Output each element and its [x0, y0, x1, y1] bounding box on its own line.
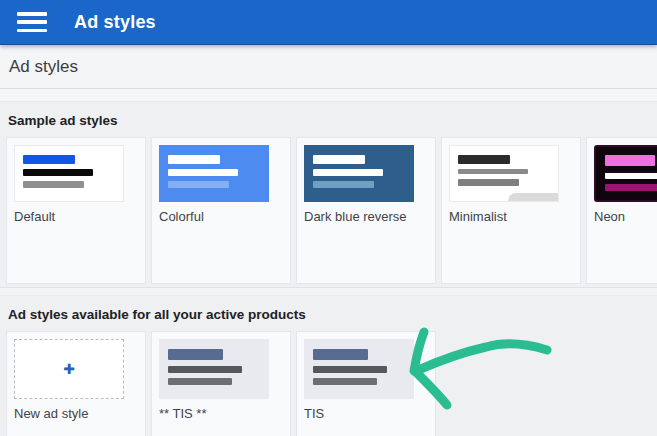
section-divider — [0, 287, 657, 296]
sample-cards-row: Default Colorful Dark blue reverse — [0, 137, 657, 284]
ad-preview-dark-blue-reverse — [304, 145, 414, 202]
preview-url-bar — [168, 181, 229, 188]
preview-url-bar — [168, 378, 232, 385]
ad-style-label: New ad style — [14, 406, 138, 421]
ad-style-card-minimalist[interactable]: Minimalist — [441, 137, 581, 284]
ad-style-label: Neon — [594, 209, 657, 224]
preview-text-bar — [605, 171, 657, 179]
active-cards-row: ✚ New ad style ** TIS ** TIS — [0, 331, 657, 436]
preview-text-bar — [168, 366, 242, 373]
preview-url-bar — [313, 378, 377, 385]
ad-preview-tis-starred — [159, 339, 269, 399]
preview-title-bar — [313, 349, 368, 360]
ad-style-label: Minimalist — [449, 209, 573, 224]
ad-style-card-neon[interactable]: Neon — [586, 137, 657, 284]
ad-preview-default — [14, 145, 124, 202]
preview-text-bar — [168, 169, 238, 176]
preview-text-bar — [458, 169, 528, 174]
ad-style-card-tis[interactable]: TIS — [296, 331, 436, 436]
new-ad-style-dropzone[interactable]: ✚ — [14, 339, 124, 399]
ad-preview-tis — [304, 339, 414, 399]
preview-text-bar — [23, 169, 93, 176]
ad-style-label: Default — [14, 209, 138, 224]
preview-corner-tab — [508, 193, 558, 201]
preview-url-bar — [605, 184, 657, 191]
preview-url-bar — [23, 181, 84, 188]
page-title: Ad styles — [0, 45, 657, 89]
preview-url-bar — [458, 179, 519, 186]
preview-title-bar — [23, 155, 75, 164]
ad-style-label: ** TIS ** — [159, 406, 283, 421]
toolbar-strip — [0, 89, 657, 102]
app-bar: Ad styles — [0, 0, 657, 45]
preview-title-bar — [313, 155, 365, 164]
ad-style-card-default[interactable]: Default — [6, 137, 146, 284]
hamburger-menu-icon[interactable] — [17, 12, 47, 32]
ad-style-card-colorful[interactable]: Colorful — [151, 137, 291, 284]
preview-title-bar — [168, 349, 223, 360]
ad-style-card-tis-starred[interactable]: ** TIS ** — [151, 331, 291, 436]
active-section-heading: Ad styles available for all your active … — [0, 296, 657, 331]
preview-text-bar — [313, 169, 383, 176]
ad-preview-colorful — [159, 145, 269, 202]
ad-style-card-dark-blue-reverse[interactable]: Dark blue reverse — [296, 137, 436, 284]
app-bar-title: Ad styles — [74, 12, 156, 33]
ad-style-label: Colorful — [159, 209, 283, 224]
preview-title-bar — [168, 155, 220, 164]
ad-style-label: TIS — [304, 406, 428, 421]
ad-preview-neon — [594, 145, 657, 202]
adsense-ad-styles-page: Ad styles Ad styles Sample ad styles Def… — [0, 0, 657, 436]
sample-section-heading: Sample ad styles — [0, 102, 657, 137]
preview-url-bar — [313, 181, 374, 188]
new-ad-style-card[interactable]: ✚ New ad style — [6, 331, 146, 436]
preview-title-bar — [605, 155, 655, 166]
ad-style-label: Dark blue reverse — [304, 209, 428, 224]
ad-preview-minimalist — [449, 145, 559, 202]
plus-icon: ✚ — [63, 362, 75, 376]
preview-text-bar — [313, 366, 387, 373]
preview-title-bar — [458, 155, 510, 164]
